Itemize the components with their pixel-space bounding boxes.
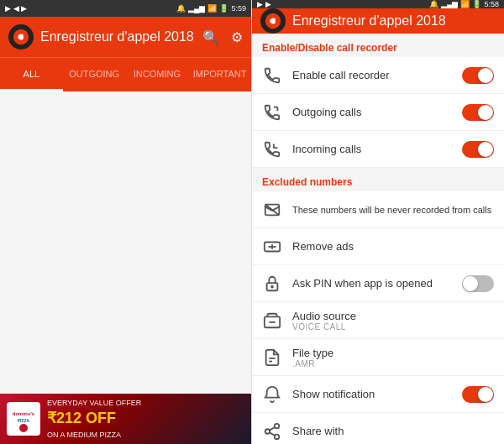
left-content-area: [0, 91, 251, 394]
phone-incoming-icon: [262, 139, 282, 159]
svg-line-17: [270, 432, 275, 436]
play-icons-right: ▶ ▶: [257, 0, 271, 8]
app-logo: [8, 24, 34, 50]
phone-icon: [262, 65, 282, 86]
toggle-outgoing[interactable]: [462, 104, 494, 121]
signal-icon: ▂▄▆: [188, 4, 205, 13]
incoming-text: Incoming calls: [292, 143, 452, 155]
time-left: 5:59: [231, 4, 246, 13]
status-bar-right: ▶ ▶ 🔔 ▂▄▆ 📶 🔋 5:58: [252, 0, 504, 8]
remove-ads-label: Remove ads: [292, 240, 494, 253]
settings-item-share[interactable]: Share with: [252, 413, 504, 444]
ad-logo: domino's PIZZA: [7, 402, 40, 436]
svg-line-7: [265, 204, 280, 215]
svg-point-4: [19, 424, 28, 432]
ad-content: domino's PIZZA EVERYDAY VALUE OFFER ₹212…: [0, 394, 251, 444]
enable-recorder-label: Enable call recorder: [292, 69, 452, 81]
settings-item-audio[interactable]: Audio source VOICE CALL: [252, 302, 504, 339]
notification-icon: 🔔: [176, 4, 186, 13]
filetype-sublabel: .amr: [292, 359, 494, 368]
signal-icon-right: ▂▄▆: [441, 0, 458, 8]
share-icon: [262, 421, 282, 441]
audio-sublabel: VOICE CALL: [292, 322, 494, 332]
toggle-enable-recorder[interactable]: [462, 67, 494, 84]
toggle-knob-pin: [463, 276, 478, 291]
audio-label: Audio source: [292, 310, 494, 322]
toggle-knob-notification: [478, 387, 493, 402]
status-left-right: ▶ ▶: [257, 0, 271, 8]
notification-icon-right: 🔔: [429, 0, 438, 8]
battery-icon: 🔋: [219, 4, 228, 13]
enable-recorder-text: Enable call recorder: [292, 69, 452, 81]
filetype-label: File type: [292, 347, 494, 359]
tab-all[interactable]: ALL: [0, 58, 63, 91]
blocked-icon: [262, 200, 282, 220]
app-logo-right: [260, 8, 286, 34]
share-text: Share with: [292, 425, 494, 437]
section-header-enable: Enable/Disable call recorder: [252, 34, 504, 57]
settings-item-filetype[interactable]: File type .amr: [252, 339, 504, 376]
toggle-notification[interactable]: [462, 386, 494, 403]
settings-item-outgoing[interactable]: Outgoing calls: [252, 94, 504, 131]
toolbar-actions-left: 🔍 ⚙: [202, 29, 243, 45]
toolbar-left: Enregistreur d'appel 2018 🔍 ⚙: [0, 17, 251, 57]
tab-important[interactable]: IMPORTANT: [188, 58, 251, 91]
pin-text: Ask PIN when app is opened: [292, 277, 452, 290]
phone-outgoing-icon: [262, 102, 282, 123]
toolbar-right: Enregistreur d'appel 2018: [252, 8, 504, 34]
settings-icon[interactable]: ⚙: [231, 29, 243, 45]
time-right: 5:58: [484, 0, 499, 8]
settings-item-incoming[interactable]: Incoming calls: [252, 131, 504, 168]
status-right-right: 🔔 ▂▄▆ 📶 🔋 5:58: [429, 0, 499, 8]
svg-point-14: [275, 423, 280, 428]
settings-item-notification[interactable]: Show notification: [252, 376, 504, 413]
status-right-left: 🔔 ▂▄▆ 📶 🔋 5:59: [176, 4, 246, 13]
svg-text:domino's: domino's: [13, 411, 35, 416]
svg-point-10: [271, 285, 273, 287]
wifi-icon-right: 📶: [460, 0, 470, 8]
share-label: Share with: [292, 425, 494, 437]
toggle-knob-outgoing: [478, 105, 493, 120]
battery-icon-right: 🔋: [472, 0, 481, 8]
left-panel: ▶ ◀ ▶ 🔔 ▂▄▆ 📶 🔋 5:59 Enregistreur d'appe…: [0, 0, 252, 444]
tab-incoming[interactable]: INCOMING: [126, 58, 189, 91]
outgoing-label: Outgoing calls: [292, 106, 452, 118]
svg-text:PIZZA: PIZZA: [18, 418, 30, 423]
ad-line1: EVERYDAY VALUE OFFER: [47, 398, 141, 409]
excluded-text: These numbers will be never recorded fro…: [292, 205, 494, 215]
settings-item-excluded[interactable]: These numbers will be never recorded fro…: [252, 191, 504, 228]
ad-banner[interactable]: domino's PIZZA EVERYDAY VALUE OFFER ₹212…: [0, 394, 251, 444]
pin-icon: [262, 274, 282, 294]
app-title-left: Enregistreur d'appel 2018: [40, 29, 196, 44]
app-title-right: Enregistreur d'appel 2018: [292, 13, 496, 29]
status-left-icons: ▶ ◀ ▶: [5, 4, 27, 13]
outgoing-text: Outgoing calls: [292, 106, 452, 118]
notification-text: Show notification: [292, 388, 452, 400]
excluded-label: These numbers will be never recorded fro…: [292, 205, 494, 215]
notification-setting-icon: [262, 384, 282, 405]
tab-outgoing[interactable]: OUTGOING: [63, 58, 126, 91]
audio-icon: [262, 311, 282, 331]
settings-item-pin[interactable]: Ask PIN when app is opened: [252, 265, 504, 302]
status-bar-left: ▶ ◀ ▶ 🔔 ▂▄▆ 📶 🔋 5:59: [0, 0, 251, 17]
wifi-icon: 📶: [207, 4, 217, 13]
remove-ads-text: Remove ads: [292, 240, 494, 253]
toggle-knob: [478, 68, 493, 83]
section-header-excluded: Excluded numbers: [252, 168, 504, 191]
filetype-icon: [262, 347, 282, 368]
audio-text: Audio source VOICE CALL: [292, 310, 494, 332]
tabs-bar: ALL OUTGOING INCOMING IMPORTANT: [0, 57, 251, 91]
toggle-pin[interactable]: [462, 275, 494, 292]
ad-line2: ON A MEDIUM PIZZA: [47, 430, 141, 441]
filetype-text: File type .amr: [292, 347, 494, 368]
search-icon[interactable]: 🔍: [202, 29, 219, 45]
signal-icons-left: ▶ ◀ ▶: [5, 4, 27, 13]
settings-item-remove-ads[interactable]: Remove ads: [252, 228, 504, 265]
toggle-incoming[interactable]: [462, 141, 494, 158]
settings-item-enable-recorder[interactable]: Enable call recorder: [252, 57, 504, 94]
svg-point-15: [265, 429, 270, 434]
incoming-label: Incoming calls: [292, 143, 452, 155]
toggle-knob-incoming: [478, 142, 493, 157]
remove-ads-icon: [262, 237, 282, 257]
right-panel: ▶ ▶ 🔔 ▂▄▆ 📶 🔋 5:58 Enregistreur d'appel …: [252, 0, 504, 444]
